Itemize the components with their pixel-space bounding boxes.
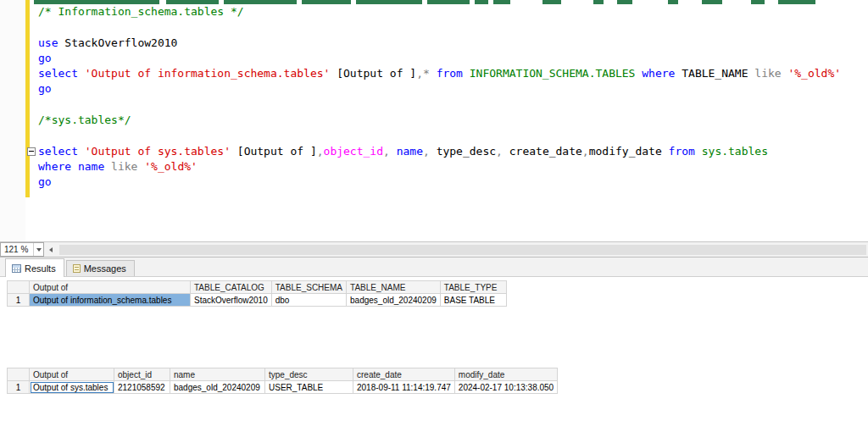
code-token: * xyxy=(423,67,437,80)
tab-results[interactable]: Results xyxy=(5,258,64,277)
grid-cell[interactable]: Output of sys.tables xyxy=(30,381,114,394)
code-token: StackOverflow2010 xyxy=(64,36,177,49)
code-token: like xyxy=(111,160,144,173)
grid-cell[interactable]: 2024-02-17 10:13:38.050 xyxy=(454,381,557,394)
chevron-down-icon[interactable] xyxy=(33,243,43,256)
column-header[interactable]: TABLE_TYPE xyxy=(440,281,506,294)
code-token: TABLE_NAME xyxy=(682,67,754,80)
code-token: object_id xyxy=(324,145,383,158)
grid-cell[interactable]: 2018-09-11 11:14:19.747 xyxy=(353,381,455,394)
scroll-left-icon[interactable] xyxy=(44,242,58,257)
grid-cell[interactable]: badges_old_20240209 xyxy=(347,294,441,307)
grid-cell[interactable]: StackOverflow2010 xyxy=(191,294,272,307)
code-token: go xyxy=(38,82,52,95)
results-pane: Output ofTABLE_CATALOGTABLE_SCHEMATABLE_… xyxy=(0,277,868,432)
code-token: '%_old%' xyxy=(144,160,198,173)
code-token: create_date xyxy=(509,145,582,158)
code-line[interactable] xyxy=(38,19,868,35)
results-tab-strip: Results Messages xyxy=(0,258,868,277)
code-token: , xyxy=(496,145,509,158)
column-header[interactable]: type_desc xyxy=(265,368,353,381)
zoom-level-value: 121 % xyxy=(4,245,28,254)
code-token: from xyxy=(669,145,702,158)
grid-cell[interactable]: badges_old_20240209 xyxy=(170,381,265,394)
column-header[interactable]: Output of xyxy=(30,368,114,381)
table-row: 1Output of information_schema.tablesStac… xyxy=(8,294,507,307)
horizontal-scrollbar[interactable] xyxy=(44,242,868,257)
code-token: modify_date xyxy=(589,145,669,158)
code-line[interactable]: use StackOverflow2010 xyxy=(38,36,868,51)
code-token: [Output of ] xyxy=(337,67,416,80)
code-token: , xyxy=(416,67,423,80)
code-token: select xyxy=(38,67,85,80)
code-line[interactable] xyxy=(38,97,868,113)
zoom-level-combo[interactable]: 121 % xyxy=(0,242,44,257)
editor-bottom-bar: 121 % xyxy=(0,242,868,258)
code-line[interactable]: /* Information_schema.tables */ xyxy=(38,4,868,19)
code-token: '%_old%' xyxy=(787,67,841,80)
messages-icon xyxy=(73,264,81,273)
code-token: where xyxy=(38,160,78,173)
column-header[interactable]: object_id xyxy=(114,368,170,381)
code-token: type_desc xyxy=(437,145,496,158)
code-token: where xyxy=(642,67,682,80)
grid-cell[interactable]: BASE TABLE xyxy=(440,294,506,307)
code-line[interactable]: go xyxy=(38,51,868,66)
code-token: name xyxy=(397,145,423,158)
row-number[interactable]: 1 xyxy=(8,381,30,394)
column-header[interactable]: TABLE_SCHEMA xyxy=(271,281,346,294)
column-header[interactable]: Output of xyxy=(30,281,191,294)
grid-cell[interactable]: 2121058592 xyxy=(114,381,170,394)
tab-messages[interactable]: Messages xyxy=(66,260,135,276)
fold-collapse-icon[interactable] xyxy=(27,147,36,156)
header-row: Output ofTABLE_CATALOGTABLE_SCHEMATABLE_… xyxy=(8,281,507,294)
tab-messages-label: Messages xyxy=(84,263,126,274)
code-token: sys.tables xyxy=(702,145,768,158)
code-token: /* Information_schema.tables */ xyxy=(38,5,244,18)
code-token: select xyxy=(38,145,85,158)
code-token: go xyxy=(38,52,52,64)
grid-cell[interactable]: USER_TABLE xyxy=(265,381,353,394)
code-token: from xyxy=(437,67,470,80)
results-grid-icon xyxy=(12,264,21,273)
code-token: [Output of ] xyxy=(237,145,317,158)
row-header-corner[interactable] xyxy=(8,368,30,381)
grid-cell[interactable]: Output of information_schema.tables xyxy=(30,294,191,307)
sql-query-editor[interactable]: /* Information_schema.tables */use Stack… xyxy=(0,0,868,242)
code-token: INFORMATION_SCHEMA.TABLES xyxy=(470,67,643,80)
grid-cell[interactable]: dbo xyxy=(271,294,346,307)
code-line[interactable]: select 'Output of information_schema.tab… xyxy=(38,66,868,81)
code-line[interactable]: /*sys.tables*/ xyxy=(38,113,868,128)
code-line[interactable]: go xyxy=(38,174,868,190)
code-token: , xyxy=(423,145,437,158)
header-row: Output ofobject_idnametype_desccreate_da… xyxy=(8,368,558,381)
column-header[interactable]: TABLE_NAME xyxy=(347,281,441,294)
code-token: /*sys.tables*/ xyxy=(38,114,131,126)
results-grid-sys-tables[interactable]: Output ofobject_idnametype_desccreate_da… xyxy=(7,368,558,394)
column-header[interactable]: TABLE_CATALOG xyxy=(191,281,272,294)
code-token: use xyxy=(38,36,64,49)
scrollbar-thumb[interactable] xyxy=(59,245,866,255)
code-token: name xyxy=(78,160,111,173)
code-line[interactable]: go xyxy=(38,81,868,97)
code-token: 'Output of information_schema.tables' xyxy=(85,67,337,80)
code-token: , xyxy=(582,145,589,158)
code-line[interactable]: select 'Output of sys.tables' [Output of… xyxy=(38,144,868,159)
code-area[interactable]: /* Information_schema.tables */use Stack… xyxy=(0,4,868,191)
row-number[interactable]: 1 xyxy=(8,294,30,307)
code-line[interactable]: where name like '%_old%' xyxy=(38,159,868,174)
column-header[interactable]: name xyxy=(170,368,265,381)
code-token: go xyxy=(38,175,52,188)
column-header[interactable]: modify_date xyxy=(454,368,557,381)
column-header[interactable]: create_date xyxy=(353,368,455,381)
code-token: like xyxy=(754,67,787,80)
tab-results-label: Results xyxy=(25,263,56,274)
code-token: , xyxy=(317,145,324,158)
code-token: 'Output of sys.tables' xyxy=(85,145,237,158)
code-line[interactable] xyxy=(38,128,868,143)
results-grid-information-schema[interactable]: Output ofTABLE_CATALOGTABLE_SCHEMATABLE_… xyxy=(7,280,507,307)
row-header-corner[interactable] xyxy=(8,281,30,294)
code-token: , xyxy=(383,145,397,158)
table-row: 1Output of sys.tables2121058592badges_ol… xyxy=(8,381,558,394)
